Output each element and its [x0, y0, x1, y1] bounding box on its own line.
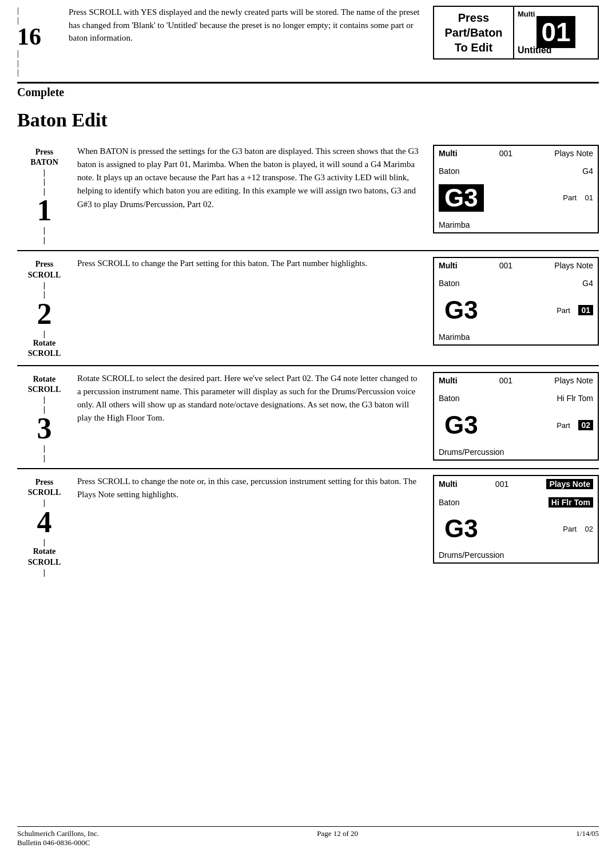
lcd-s3-baton-row: Baton Hi Flr Tom — [439, 394, 593, 403]
baton-step-2-col: PressSCROLL | | 2 | RotateSCROLL — [17, 257, 71, 359]
step-16-lcd: PressPart/BatonTo Edit Multi 01 Untitled — [433, 6, 599, 60]
baton-step-4-text: Press SCROLL to change the note or, in t… — [77, 475, 422, 502]
baton-step-3-text: Rotate SCROLL to select the desired part… — [77, 372, 422, 425]
baton-step-2-content: Press SCROLL to change the Part setting … — [71, 257, 433, 270]
lcd-s1-g3: G3 — [439, 184, 484, 212]
lcd-s4-top-row: Multi 001 Plays Note — [439, 479, 593, 489]
lcd-s2-part-label: Part — [557, 306, 570, 315]
baton-step-3-number: 3 — [37, 414, 52, 443]
baton-step-1-display: Multi 001 Plays Note Baton G4 G3 Part 01 — [433, 145, 599, 233]
step-4-action-after: RotateSCROLL — [28, 546, 61, 567]
lcd-s3-g3: G3 — [439, 411, 484, 439]
step-16-section: | | 16 | | | Press SCROLL with YES displ… — [17, 6, 599, 84]
lcd-s3-baton: Baton — [439, 394, 460, 403]
lcd-s3-top-row: Multi 001 Plays Note — [439, 376, 593, 385]
step-16-number-col: | | 16 | | | — [17, 6, 57, 77]
baton-step-2-section: PressSCROLL | | 2 | RotateSCROLL Press S… — [17, 251, 599, 366]
lcd-s1-baton-row: Baton G4 — [439, 167, 593, 176]
lcd-s3-number: 001 — [499, 376, 512, 385]
step-3-action-before: RotateSCROLL — [28, 374, 61, 395]
lcd-s3-g3-row: G3 Part 02 — [439, 411, 593, 439]
baton-step-1-text: When BATON is pressed the settings for t… — [77, 145, 422, 211]
step-1-action-before: PressBATON — [30, 147, 58, 168]
pipe-s4-3: | — [43, 568, 45, 577]
lcd-s2-multi: Multi — [439, 261, 458, 270]
step-16-number: 16 — [17, 25, 41, 49]
lcd-s3-part-area: Part 02 — [557, 421, 593, 430]
footer-date: 1/14/05 — [576, 829, 599, 847]
pipe-s1-5: | — [43, 235, 45, 245]
lcd-s1-baton: Baton — [439, 167, 460, 176]
pipe-s4-2: | — [43, 537, 45, 547]
lcd-s4-part-num: 02 — [585, 525, 593, 533]
lcd-s1-multi: Multi — [439, 149, 458, 158]
footer-page: Page 12 of 20 — [317, 829, 358, 847]
lcd-s4-g3: G3 — [439, 515, 484, 542]
pipe-s3-3: | — [43, 443, 45, 453]
lcd-s3-plays: Plays Note — [554, 376, 593, 385]
page: | | 16 | | | Press SCROLL with YES displ… — [0, 0, 616, 856]
page-footer: Schulmerich Carillons, Inc. Bulletin 046… — [17, 826, 599, 847]
baton-step-1-col: PressBATON | | | 1 | | — [17, 145, 71, 245]
baton-step-4-content: Press SCROLL to change the note or, in t… — [71, 475, 433, 502]
lcd-s1-instrument: Marimba — [439, 220, 470, 229]
lcd-s4-instrument-row: Drums/Percussion — [439, 550, 593, 560]
lcd-s3-instrument: Drums/Percussion — [439, 447, 504, 457]
lcd-s1-instrument-row: Marimba — [439, 220, 593, 229]
step-4-action-before: PressSCROLL — [28, 477, 61, 498]
lcd-s2-baton: Baton — [439, 279, 460, 288]
pipe-s2-1: | — [43, 280, 45, 290]
lcd-s2-part-num-highlighted: 01 — [578, 305, 593, 315]
lcd-s3-part-label: Part — [557, 421, 570, 430]
lcd-s4-part-area: Part 02 — [563, 525, 593, 533]
pipe-3: | — [17, 49, 19, 58]
lcd-s4-baton: Baton — [439, 498, 460, 507]
lcd-s3-instrument-row: Drums/Percussion — [439, 447, 593, 457]
pipe-s3-1: | — [43, 395, 45, 405]
pipe-s1-2: | — [43, 177, 45, 187]
footer-company: Schulmerich Carillons, Inc. — [17, 829, 99, 838]
footer-left: Schulmerich Carillons, Inc. Bulletin 046… — [17, 829, 99, 847]
lcd-s4-plays-highlighted: Plays Note — [546, 479, 593, 489]
step-16-lcd-right: Multi 01 Untitled — [514, 7, 598, 58]
lcd-s2-instrument-row: Marimba — [439, 332, 593, 342]
lcd-s4-multi: Multi — [439, 479, 458, 489]
lcd-step-4: Multi 001 Plays Note Baton Hi Flr Tom G3… — [433, 475, 599, 564]
lcd-s4-baton-row: Baton Hi Flr Tom — [439, 497, 593, 508]
lcd-s1-note: G4 — [582, 167, 593, 176]
step-2-action-before: PressSCROLL — [28, 259, 61, 280]
lcd-s2-plays: Plays Note — [554, 261, 593, 270]
baton-edit-heading: Baton Edit — [17, 109, 599, 131]
lcd-s4-part-label: Part — [563, 525, 577, 533]
lcd-s4-g3-row: G3 Part 02 — [439, 515, 593, 542]
pipe-5: | — [17, 68, 19, 77]
step-16-description: Press SCROLL with YES displayed and the … — [57, 6, 433, 45]
step-16-untitled: Untitled — [518, 45, 594, 56]
lcd-s1-part-label: Part — [563, 193, 577, 202]
lcd-step-1: Multi 001 Plays Note Baton G4 G3 Part 01 — [433, 145, 599, 233]
pipe-1: | — [17, 6, 19, 15]
lcd-s2-part-area: Part 01 — [557, 306, 593, 315]
baton-step-2-number: 2 — [37, 299, 52, 329]
lcd-step-2: Multi 001 Plays Note Baton G4 G3 Part 01 — [433, 257, 599, 346]
baton-step-4-number: 4 — [37, 508, 52, 537]
baton-step-2-text: Press SCROLL to change the Part setting … — [77, 257, 422, 270]
baton-step-1-section: PressBATON | | | 1 | | When BATON is pre… — [17, 139, 599, 252]
lcd-s2-g3: G3 — [439, 296, 484, 324]
press-part-baton-text: PressPart/BatonTo Edit — [444, 10, 502, 55]
lcd-s1-plays: Plays Note — [554, 149, 593, 158]
baton-step-1-content: When BATON is pressed the settings for t… — [71, 145, 433, 211]
lcd-s3-note: Hi Flr Tom — [557, 394, 593, 403]
lcd-s3-part-num-highlighted: 02 — [578, 420, 593, 430]
baton-step-3-section: RotateSCROLL | | 3 | | Rotate SCROLL to … — [17, 366, 599, 469]
lcd-s1-part-num: 01 — [585, 193, 593, 202]
lcd-s2-number: 001 — [499, 261, 512, 270]
lcd-s1-top-row: Multi 001 Plays Note — [439, 149, 593, 158]
footer-bulletin: Bulletin 046-0836-000C — [17, 838, 99, 847]
pipe-s1-4: | — [43, 225, 45, 235]
lcd-s2-baton-row: Baton G4 — [439, 279, 593, 288]
lcd-s1-number: 001 — [499, 149, 512, 158]
lcd-s2-g3-row: G3 Part 01 — [439, 296, 593, 324]
pipe-s3-4: | — [43, 453, 45, 463]
press-part-baton-box: PressPart/BatonTo Edit — [434, 7, 514, 58]
